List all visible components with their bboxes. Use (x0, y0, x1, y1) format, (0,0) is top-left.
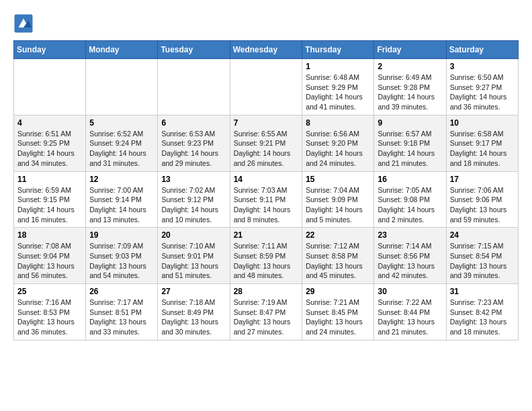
day-number: 20 (161, 230, 226, 240)
calendar-cell: 4Sunrise: 6:51 AMSunset: 9:25 PMDaylight… (14, 115, 86, 171)
day-header-saturday: Saturday (446, 41, 518, 59)
calendar-cell: 3Sunrise: 6:50 AMSunset: 9:27 PMDaylight… (446, 59, 518, 116)
logo (13, 13, 36, 34)
day-number: 4 (17, 118, 82, 128)
day-number: 21 (234, 230, 299, 240)
day-info: Sunrise: 7:21 AMSunset: 8:45 PMDaylight:… (306, 298, 370, 337)
day-number: 25 (17, 287, 82, 296)
day-number: 16 (378, 175, 442, 184)
calendar-cell: 10Sunrise: 6:58 AMSunset: 9:17 PMDayligh… (446, 115, 518, 171)
day-info: Sunrise: 6:57 AMSunset: 9:18 PMDaylight:… (378, 129, 442, 169)
calendar-cell: 8Sunrise: 6:56 AMSunset: 9:20 PMDaylight… (302, 115, 374, 171)
calendar-cell: 22Sunrise: 7:12 AMSunset: 8:58 PMDayligh… (302, 228, 374, 284)
day-number: 7 (234, 118, 299, 128)
day-header-wednesday: Wednesday (230, 41, 302, 59)
day-info: Sunrise: 7:03 AMSunset: 9:11 PMDaylight:… (234, 185, 299, 225)
day-header-friday: Friday (374, 41, 446, 59)
day-info: Sunrise: 7:02 AMSunset: 9:12 PMDaylight:… (161, 185, 226, 225)
day-number: 26 (89, 287, 154, 296)
calendar-week-row: 18Sunrise: 7:08 AMSunset: 9:04 PMDayligh… (14, 228, 519, 284)
day-header-sunday: Sunday (14, 41, 86, 59)
day-info: Sunrise: 7:11 AMSunset: 8:59 PMDaylight:… (234, 241, 299, 281)
day-info: Sunrise: 7:17 AMSunset: 8:51 PMDaylight:… (89, 298, 154, 337)
calendar-week-row: 1Sunrise: 6:48 AMSunset: 9:29 PMDaylight… (14, 59, 519, 116)
calendar-cell: 13Sunrise: 7:02 AMSunset: 9:12 PMDayligh… (158, 171, 230, 228)
day-number: 31 (450, 287, 515, 296)
day-info: Sunrise: 7:04 AMSunset: 9:09 PMDaylight:… (306, 185, 370, 225)
day-number: 9 (378, 118, 442, 128)
calendar-cell: 31Sunrise: 7:23 AMSunset: 8:42 PMDayligh… (446, 284, 518, 340)
day-number: 15 (306, 175, 370, 184)
day-info: Sunrise: 6:56 AMSunset: 9:20 PMDaylight:… (306, 129, 370, 169)
day-number: 6 (161, 118, 226, 128)
day-info: Sunrise: 7:18 AMSunset: 8:49 PMDaylight:… (161, 298, 226, 337)
day-number: 1 (306, 62, 370, 71)
calendar-cell: 15Sunrise: 7:04 AMSunset: 9:09 PMDayligh… (302, 171, 374, 228)
day-info: Sunrise: 7:09 AMSunset: 9:03 PMDaylight:… (89, 241, 154, 281)
day-info: Sunrise: 6:48 AMSunset: 9:29 PMDaylight:… (306, 73, 370, 112)
day-info: Sunrise: 7:10 AMSunset: 9:01 PMDaylight:… (161, 241, 226, 281)
calendar-cell: 24Sunrise: 7:15 AMSunset: 8:54 PMDayligh… (446, 228, 518, 284)
day-info: Sunrise: 7:14 AMSunset: 8:56 PMDaylight:… (378, 241, 442, 281)
day-info: Sunrise: 6:49 AMSunset: 9:28 PMDaylight:… (378, 73, 442, 112)
calendar-cell: 17Sunrise: 7:06 AMSunset: 9:06 PMDayligh… (446, 171, 518, 228)
calendar-cell: 9Sunrise: 6:57 AMSunset: 9:18 PMDaylight… (374, 115, 446, 171)
day-info: Sunrise: 6:50 AMSunset: 9:27 PMDaylight:… (450, 73, 515, 112)
day-number: 30 (378, 287, 442, 296)
calendar-cell: 23Sunrise: 7:14 AMSunset: 8:56 PMDayligh… (374, 228, 446, 284)
calendar-cell: 20Sunrise: 7:10 AMSunset: 9:01 PMDayligh… (158, 228, 230, 284)
day-number: 3 (450, 62, 515, 71)
calendar-week-row: 25Sunrise: 7:16 AMSunset: 8:53 PMDayligh… (14, 284, 519, 340)
day-info: Sunrise: 7:19 AMSunset: 8:47 PMDaylight:… (234, 298, 299, 337)
calendar-cell (230, 59, 302, 116)
calendar-cell: 14Sunrise: 7:03 AMSunset: 9:11 PMDayligh… (230, 171, 302, 228)
calendar-cell: 28Sunrise: 7:19 AMSunset: 8:47 PMDayligh… (230, 284, 302, 340)
calendar-cell: 18Sunrise: 7:08 AMSunset: 9:04 PMDayligh… (14, 228, 86, 284)
day-info: Sunrise: 6:53 AMSunset: 9:23 PMDaylight:… (161, 129, 226, 169)
calendar-cell (14, 59, 86, 116)
day-number: 18 (17, 230, 82, 240)
calendar-cell: 25Sunrise: 7:16 AMSunset: 8:53 PMDayligh… (14, 284, 86, 340)
calendar-cell: 30Sunrise: 7:22 AMSunset: 8:44 PMDayligh… (374, 284, 446, 340)
day-number: 11 (17, 175, 82, 184)
day-number: 27 (161, 287, 226, 296)
day-header-thursday: Thursday (302, 41, 374, 59)
calendar-week-row: 11Sunrise: 6:59 AMSunset: 9:15 PMDayligh… (14, 171, 519, 228)
page-header (13, 13, 519, 34)
day-info: Sunrise: 6:52 AMSunset: 9:24 PMDaylight:… (89, 129, 154, 169)
day-number: 17 (450, 175, 515, 184)
logo-icon (13, 13, 34, 34)
calendar-cell: 16Sunrise: 7:05 AMSunset: 9:08 PMDayligh… (374, 171, 446, 228)
calendar-table: SundayMondayTuesdayWednesdayThursdayFrid… (13, 40, 519, 340)
day-info: Sunrise: 7:06 AMSunset: 9:06 PMDaylight:… (450, 185, 515, 225)
day-number: 23 (378, 230, 442, 240)
calendar-cell: 1Sunrise: 6:48 AMSunset: 9:29 PMDaylight… (302, 59, 374, 116)
calendar-cell: 6Sunrise: 6:53 AMSunset: 9:23 PMDaylight… (158, 115, 230, 171)
day-number: 24 (450, 230, 515, 240)
day-info: Sunrise: 7:12 AMSunset: 8:58 PMDaylight:… (306, 241, 370, 281)
day-info: Sunrise: 7:22 AMSunset: 8:44 PMDaylight:… (378, 298, 442, 337)
calendar-cell: 26Sunrise: 7:17 AMSunset: 8:51 PMDayligh… (86, 284, 158, 340)
calendar-cell: 21Sunrise: 7:11 AMSunset: 8:59 PMDayligh… (230, 228, 302, 284)
calendar-cell: 2Sunrise: 6:49 AMSunset: 9:28 PMDaylight… (374, 59, 446, 116)
calendar-cell: 29Sunrise: 7:21 AMSunset: 8:45 PMDayligh… (302, 284, 374, 340)
day-info: Sunrise: 7:15 AMSunset: 8:54 PMDaylight:… (450, 241, 515, 281)
calendar-header-row: SundayMondayTuesdayWednesdayThursdayFrid… (14, 41, 519, 59)
day-number: 19 (89, 230, 154, 240)
day-info: Sunrise: 7:23 AMSunset: 8:42 PMDaylight:… (450, 298, 515, 337)
day-number: 14 (234, 175, 299, 184)
calendar-cell: 5Sunrise: 6:52 AMSunset: 9:24 PMDaylight… (86, 115, 158, 171)
day-number: 12 (89, 175, 154, 184)
day-info: Sunrise: 7:08 AMSunset: 9:04 PMDaylight:… (17, 241, 82, 281)
day-number: 5 (89, 118, 154, 128)
calendar-cell: 19Sunrise: 7:09 AMSunset: 9:03 PMDayligh… (86, 228, 158, 284)
day-number: 22 (306, 230, 370, 240)
calendar-cell (86, 59, 158, 116)
calendar-cell: 27Sunrise: 7:18 AMSunset: 8:49 PMDayligh… (158, 284, 230, 340)
day-info: Sunrise: 6:55 AMSunset: 9:21 PMDaylight:… (234, 129, 299, 169)
day-header-tuesday: Tuesday (158, 41, 230, 59)
calendar-cell: 12Sunrise: 7:00 AMSunset: 9:14 PMDayligh… (86, 171, 158, 228)
day-info: Sunrise: 7:00 AMSunset: 9:14 PMDaylight:… (89, 185, 154, 225)
day-number: 13 (161, 175, 226, 184)
calendar-week-row: 4Sunrise: 6:51 AMSunset: 9:25 PMDaylight… (14, 115, 519, 171)
